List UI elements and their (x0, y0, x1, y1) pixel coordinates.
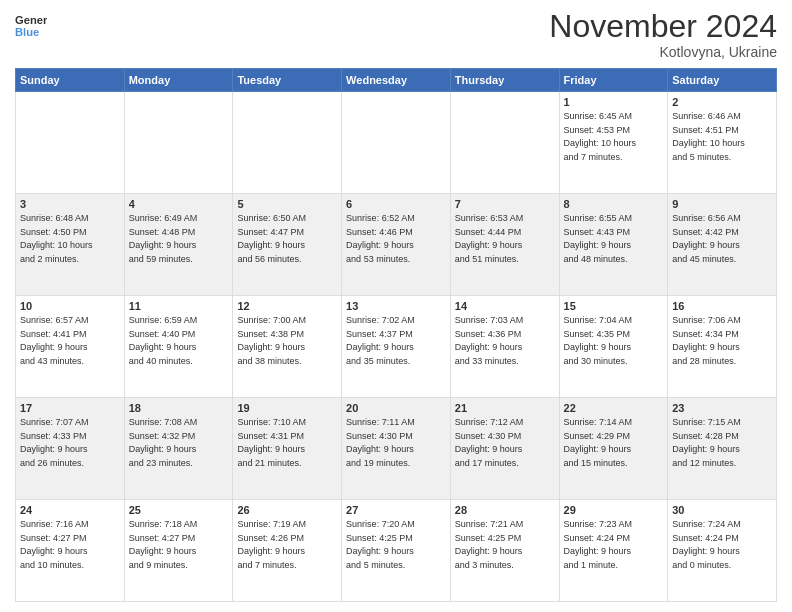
day-info-line: Daylight: 9 hours (129, 240, 197, 250)
day-info: Sunrise: 6:46 AMSunset: 4:51 PMDaylight:… (672, 110, 772, 164)
day-info-line: Sunset: 4:27 PM (20, 533, 87, 543)
day-info-line: Daylight: 9 hours (237, 444, 305, 454)
calendar-cell: 13Sunrise: 7:02 AMSunset: 4:37 PMDayligh… (342, 296, 451, 398)
day-info: Sunrise: 7:11 AMSunset: 4:30 PMDaylight:… (346, 416, 446, 470)
day-number: 30 (672, 504, 772, 516)
logo-icon: General Blue (15, 10, 47, 42)
day-info-line: Daylight: 9 hours (672, 342, 740, 352)
day-info-line: Sunset: 4:25 PM (346, 533, 413, 543)
day-number: 20 (346, 402, 446, 414)
day-info-line: and 53 minutes. (346, 254, 410, 264)
day-number: 7 (455, 198, 555, 210)
day-number: 25 (129, 504, 229, 516)
day-info-line: Daylight: 9 hours (455, 342, 523, 352)
calendar-cell (233, 92, 342, 194)
day-info: Sunrise: 6:50 AMSunset: 4:47 PMDaylight:… (237, 212, 337, 266)
day-info-line: Daylight: 9 hours (564, 546, 632, 556)
calendar-cell: 4Sunrise: 6:49 AMSunset: 4:48 PMDaylight… (124, 194, 233, 296)
day-info-line: and 48 minutes. (564, 254, 628, 264)
day-info-line: and 21 minutes. (237, 458, 301, 468)
day-info-line: Sunset: 4:33 PM (20, 431, 87, 441)
svg-text:Blue: Blue (15, 26, 39, 38)
day-info-line: Daylight: 9 hours (455, 240, 523, 250)
day-info-line: Daylight: 10 hours (564, 138, 637, 148)
day-info-line: and 12 minutes. (672, 458, 736, 468)
day-number: 15 (564, 300, 664, 312)
day-info-line: Daylight: 9 hours (346, 240, 414, 250)
day-info-line: Sunrise: 7:04 AM (564, 315, 633, 325)
title-block: November 2024 Kotlovyna, Ukraine (549, 10, 777, 60)
day-info-line: Sunset: 4:43 PM (564, 227, 631, 237)
day-info-line: and 2 minutes. (20, 254, 79, 264)
calendar-cell: 8Sunrise: 6:55 AMSunset: 4:43 PMDaylight… (559, 194, 668, 296)
calendar-cell: 26Sunrise: 7:19 AMSunset: 4:26 PMDayligh… (233, 500, 342, 602)
day-info-line: Sunset: 4:34 PM (672, 329, 739, 339)
day-info: Sunrise: 7:06 AMSunset: 4:34 PMDaylight:… (672, 314, 772, 368)
day-info: Sunrise: 7:23 AMSunset: 4:24 PMDaylight:… (564, 518, 664, 572)
calendar-cell: 12Sunrise: 7:00 AMSunset: 4:38 PMDayligh… (233, 296, 342, 398)
day-info-line: Sunset: 4:38 PM (237, 329, 304, 339)
day-info-line: Sunrise: 7:14 AM (564, 417, 633, 427)
day-info-line: Sunrise: 7:08 AM (129, 417, 198, 427)
day-number: 16 (672, 300, 772, 312)
day-info-line: and 43 minutes. (20, 356, 84, 366)
day-info: Sunrise: 7:02 AMSunset: 4:37 PMDaylight:… (346, 314, 446, 368)
day-info-line: Daylight: 9 hours (672, 444, 740, 454)
calendar-cell: 3Sunrise: 6:48 AMSunset: 4:50 PMDaylight… (16, 194, 125, 296)
day-info-line: Daylight: 9 hours (564, 444, 632, 454)
day-info-line: Daylight: 9 hours (20, 342, 88, 352)
day-info-line: Daylight: 10 hours (20, 240, 93, 250)
day-info-line: and 5 minutes. (672, 152, 731, 162)
day-info-line: Sunrise: 6:46 AM (672, 111, 741, 121)
day-info-line: Sunset: 4:25 PM (455, 533, 522, 543)
day-info-line: Sunset: 4:42 PM (672, 227, 739, 237)
day-info-line: Sunrise: 6:55 AM (564, 213, 633, 223)
day-info-line: Sunset: 4:35 PM (564, 329, 631, 339)
week-row-3: 10Sunrise: 6:57 AMSunset: 4:41 PMDayligh… (16, 296, 777, 398)
day-info: Sunrise: 7:12 AMSunset: 4:30 PMDaylight:… (455, 416, 555, 470)
day-info-line: and 33 minutes. (455, 356, 519, 366)
day-info-line: Sunrise: 7:20 AM (346, 519, 415, 529)
day-number: 2 (672, 96, 772, 108)
day-info-line: Daylight: 9 hours (564, 240, 632, 250)
day-info-line: Sunset: 4:40 PM (129, 329, 196, 339)
day-info-line: and 28 minutes. (672, 356, 736, 366)
calendar-cell: 23Sunrise: 7:15 AMSunset: 4:28 PMDayligh… (668, 398, 777, 500)
day-info: Sunrise: 7:03 AMSunset: 4:36 PMDaylight:… (455, 314, 555, 368)
day-info-line: and 19 minutes. (346, 458, 410, 468)
day-info-line: Sunset: 4:46 PM (346, 227, 413, 237)
day-number: 18 (129, 402, 229, 414)
day-info-line: and 51 minutes. (455, 254, 519, 264)
calendar-cell: 22Sunrise: 7:14 AMSunset: 4:29 PMDayligh… (559, 398, 668, 500)
day-info-line: and 17 minutes. (455, 458, 519, 468)
day-info: Sunrise: 7:08 AMSunset: 4:32 PMDaylight:… (129, 416, 229, 470)
calendar-cell: 21Sunrise: 7:12 AMSunset: 4:30 PMDayligh… (450, 398, 559, 500)
calendar-cell: 20Sunrise: 7:11 AMSunset: 4:30 PMDayligh… (342, 398, 451, 500)
day-info-line: and 45 minutes. (672, 254, 736, 264)
day-info: Sunrise: 7:10 AMSunset: 4:31 PMDaylight:… (237, 416, 337, 470)
calendar-cell: 28Sunrise: 7:21 AMSunset: 4:25 PMDayligh… (450, 500, 559, 602)
day-info-line: and 23 minutes. (129, 458, 193, 468)
week-row-4: 17Sunrise: 7:07 AMSunset: 4:33 PMDayligh… (16, 398, 777, 500)
day-info-line: Sunrise: 7:16 AM (20, 519, 89, 529)
day-number: 19 (237, 402, 337, 414)
day-info-line: Sunrise: 7:10 AM (237, 417, 306, 427)
day-info-line: Sunrise: 7:06 AM (672, 315, 741, 325)
day-info-line: Daylight: 9 hours (129, 342, 197, 352)
day-number: 23 (672, 402, 772, 414)
svg-text:General: General (15, 14, 47, 26)
day-info-line: Sunrise: 7:02 AM (346, 315, 415, 325)
day-info: Sunrise: 6:49 AMSunset: 4:48 PMDaylight:… (129, 212, 229, 266)
day-info-line: Sunrise: 6:52 AM (346, 213, 415, 223)
day-info-line: Sunrise: 6:50 AM (237, 213, 306, 223)
day-info: Sunrise: 6:52 AMSunset: 4:46 PMDaylight:… (346, 212, 446, 266)
day-info-line: Sunrise: 6:48 AM (20, 213, 89, 223)
day-info-line: Sunset: 4:27 PM (129, 533, 196, 543)
day-info-line: Sunrise: 7:18 AM (129, 519, 198, 529)
day-info: Sunrise: 6:56 AMSunset: 4:42 PMDaylight:… (672, 212, 772, 266)
day-number: 27 (346, 504, 446, 516)
day-info-line: Sunset: 4:32 PM (129, 431, 196, 441)
day-info-line: Sunset: 4:51 PM (672, 125, 739, 135)
week-row-1: 1Sunrise: 6:45 AMSunset: 4:53 PMDaylight… (16, 92, 777, 194)
calendar-cell: 24Sunrise: 7:16 AMSunset: 4:27 PMDayligh… (16, 500, 125, 602)
